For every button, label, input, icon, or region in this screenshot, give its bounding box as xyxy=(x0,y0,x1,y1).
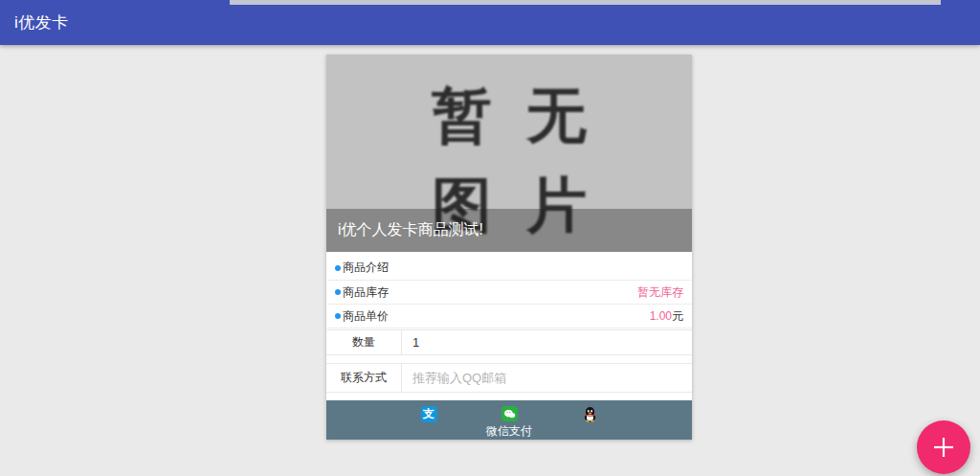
quantity-input[interactable] xyxy=(402,330,692,354)
top-progress-strip xyxy=(230,0,941,5)
wechat-pay-icon xyxy=(501,406,518,421)
detail-label: 商品库存 xyxy=(343,284,389,301)
product-title-band: i优个人发卡商品测试! xyxy=(326,209,692,252)
detail-row-intro: 商品介绍 xyxy=(327,252,691,281)
quantity-row: 数量 xyxy=(326,329,692,355)
detail-label: 商品单价 xyxy=(343,308,389,325)
bullet-icon xyxy=(335,313,341,319)
add-fab-button[interactable] xyxy=(917,420,970,474)
bullet-icon xyxy=(335,289,341,295)
contact-row: 联系方式 xyxy=(326,363,692,393)
wechat-pay-label: 微信支付 xyxy=(486,423,532,440)
price-unit: 元 xyxy=(672,309,683,323)
bullet-icon xyxy=(335,265,341,271)
pay-method-alipay[interactable]: 支 xyxy=(389,400,469,440)
contact-label: 联系方式 xyxy=(326,364,402,392)
brand-title[interactable]: i优发卡 xyxy=(14,11,69,34)
product-card: 暂无 图片 i优个人发卡商品测试! 商品介绍 商品库存 暂无库存 商品单价 1.… xyxy=(326,55,692,440)
stock-status: 暂无库存 xyxy=(637,284,683,301)
detail-row-price: 商品单价 1.00元 xyxy=(327,305,691,329)
product-title: i优个人发卡商品测试! xyxy=(338,220,483,240)
qq-icon xyxy=(582,406,598,422)
no-image-line1: 暂无 xyxy=(397,84,621,146)
alipay-icon: 支 xyxy=(421,406,437,422)
app-bar: i优发卡 xyxy=(0,0,980,45)
pay-method-qq[interactable] xyxy=(549,400,630,440)
price-value: 1.00 xyxy=(650,309,672,323)
quantity-label: 数量 xyxy=(326,330,402,354)
payment-bar: 支 微信支付 xyxy=(326,400,692,440)
detail-row-stock: 商品库存 暂无库存 xyxy=(327,281,691,305)
contact-input[interactable] xyxy=(402,364,692,392)
product-image: 暂无 图片 i优个人发卡商品测试! xyxy=(326,55,692,252)
pay-method-wechat[interactable]: 微信支付 xyxy=(469,400,549,440)
detail-label: 商品介绍 xyxy=(343,260,389,276)
plus-icon xyxy=(931,435,956,460)
